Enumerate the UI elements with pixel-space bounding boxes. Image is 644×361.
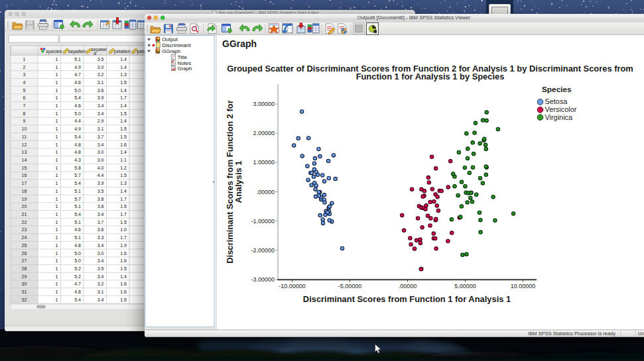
- svg-text:4.9: 4.9: [74, 65, 81, 70]
- svg-text:1.4: 1.4: [120, 103, 127, 108]
- svg-text:23: 23: [22, 227, 27, 232]
- svg-text:-5.00000: -5.00000: [338, 283, 362, 289]
- svg-text:5.1: 5.1: [74, 204, 81, 209]
- svg-text:1.4: 1.4: [120, 119, 127, 123]
- svg-text:5.0: 5.0: [74, 258, 81, 263]
- svg-text:4.4: 4.4: [97, 173, 104, 178]
- svg-text:4.9: 4.9: [74, 127, 81, 131]
- svg-text:5.4: 5.4: [74, 181, 81, 185]
- svg-text:3.3: 3.3: [97, 235, 104, 240]
- svg-text:1.5: 1.5: [120, 173, 127, 178]
- svg-text:1: 1: [56, 103, 58, 108]
- svg-text:1.3: 1.3: [120, 181, 127, 185]
- svg-text:1: 1: [56, 150, 58, 154]
- svg-text:3.4: 3.4: [97, 212, 104, 217]
- svg-text:4.7: 4.7: [74, 72, 81, 77]
- svg-text:10: 10: [22, 127, 27, 131]
- svg-text:5.1: 5.1: [74, 189, 81, 193]
- svg-text:Setosa: Setosa: [545, 97, 568, 105]
- svg-text:5.0: 5.0: [74, 88, 81, 93]
- svg-text:1.5: 1.5: [120, 111, 127, 116]
- svg-text:Versicolor: Versicolor: [545, 105, 577, 113]
- svg-text:32: 32: [22, 297, 27, 302]
- svg-text:4.8: 4.8: [74, 150, 81, 154]
- svg-text:1: 1: [56, 111, 58, 116]
- svg-text:3.4: 3.4: [97, 297, 104, 302]
- svg-text:1: 1: [56, 204, 58, 209]
- svg-text:1: 1: [56, 142, 58, 147]
- svg-text:1: 1: [23, 57, 26, 62]
- svg-text:3.5: 3.5: [97, 189, 104, 193]
- svg-text:17: 17: [22, 181, 27, 185]
- svg-text:.00000: .00000: [399, 283, 417, 289]
- svg-text:GGraph: GGraph: [222, 38, 257, 49]
- svg-text:3.1: 3.1: [97, 80, 104, 85]
- svg-text:-2.00000: -2.00000: [251, 246, 275, 253]
- svg-text:4.3: 4.3: [74, 158, 81, 162]
- svg-text:1: 1: [56, 266, 58, 271]
- svg-text:petallen: petallen: [114, 49, 131, 54]
- svg-text:Function 1 for Analysis 1 by S: Function 1 for Analysis 1 by Species: [356, 72, 505, 81]
- svg-text:Output: Output: [162, 36, 178, 42]
- svg-text:3.4: 3.4: [97, 274, 104, 279]
- svg-text:5.0: 5.0: [74, 111, 81, 116]
- svg-text:Unicode:ON: Unicode:ON: [638, 331, 644, 336]
- svg-text:1.5: 1.5: [120, 134, 127, 139]
- svg-text:3.4: 3.4: [97, 142, 104, 147]
- svg-text:3.8: 3.8: [97, 204, 104, 209]
- svg-text:1: 1: [56, 134, 58, 139]
- svg-text:3.00000: 3.00000: [253, 101, 275, 107]
- svg-text:3.6: 3.6: [97, 88, 104, 93]
- svg-text:1: 1: [56, 80, 58, 85]
- svg-text:1: 1: [56, 251, 58, 256]
- svg-text:4.6: 4.6: [74, 103, 81, 108]
- svg-text:1: 1: [56, 95, 58, 100]
- svg-text:1.5: 1.5: [120, 80, 127, 85]
- svg-text:3.7: 3.7: [97, 134, 104, 139]
- svg-text:1.4: 1.4: [120, 65, 127, 70]
- svg-text:10.00000: 10.00000: [511, 283, 536, 289]
- svg-text:12: 12: [22, 142, 27, 147]
- svg-text:4.8: 4.8: [74, 243, 81, 248]
- svg-text:3.6: 3.6: [97, 227, 104, 232]
- svg-text:3.8: 3.8: [97, 197, 104, 201]
- svg-text:1.0: 1.0: [120, 227, 127, 232]
- svg-text:3.2: 3.2: [97, 282, 104, 286]
- svg-text:3.9: 3.9: [97, 181, 104, 185]
- svg-text:5.2: 5.2: [74, 274, 81, 279]
- svg-text:-10.00000: -10.00000: [279, 283, 306, 289]
- svg-text:1: 1: [56, 282, 58, 286]
- svg-text:19: 19: [22, 197, 27, 201]
- svg-text:Species: Species: [542, 85, 572, 94]
- svg-text:27: 27: [22, 258, 27, 263]
- svg-text:14: 14: [22, 158, 27, 162]
- svg-text:d: d: [94, 51, 96, 56]
- svg-text:5.00000: 5.00000: [454, 283, 476, 289]
- svg-text:Discriminant: Discriminant: [162, 42, 191, 48]
- svg-text:2.9: 2.9: [97, 119, 104, 123]
- svg-text:4.8: 4.8: [74, 289, 81, 294]
- svg-text:1: 1: [56, 212, 58, 217]
- svg-text:1.6: 1.6: [120, 289, 127, 294]
- svg-text:1.6: 1.6: [120, 142, 127, 147]
- svg-text:5.4: 5.4: [74, 134, 81, 139]
- svg-text:5.1: 5.1: [74, 235, 81, 240]
- svg-text:1.4: 1.4: [120, 57, 127, 62]
- svg-text:1: 1: [56, 297, 58, 302]
- svg-text:15: 15: [22, 166, 27, 170]
- svg-text:1: 1: [56, 181, 58, 185]
- svg-text:25: 25: [22, 243, 27, 248]
- svg-text:5.1: 5.1: [74, 57, 81, 62]
- svg-text:1.9: 1.9: [120, 243, 127, 248]
- svg-text:3.5: 3.5: [97, 266, 104, 271]
- svg-text:IBM SPSS Statistics Processor: IBM SPSS Statistics Processor is ready: [528, 331, 615, 336]
- svg-text:1: 1: [56, 258, 58, 263]
- svg-text:1.2: 1.2: [120, 166, 127, 170]
- svg-text:3.4: 3.4: [97, 243, 104, 248]
- svg-text:3.9: 3.9: [97, 95, 104, 100]
- svg-text:28: 28: [22, 266, 27, 271]
- svg-text:1: 1: [56, 289, 58, 294]
- svg-text:3.7: 3.7: [97, 220, 104, 225]
- svg-text:Title: Title: [178, 54, 188, 60]
- svg-text:20: 20: [22, 204, 27, 209]
